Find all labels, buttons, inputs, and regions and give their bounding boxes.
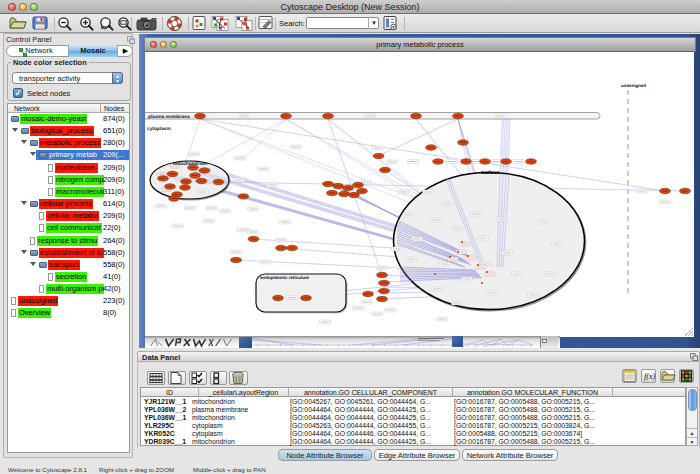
svg-text:endoplasmic reticulum: endoplasmic reticulum <box>260 275 309 280</box>
svg-text:nucleus: nucleus <box>481 170 499 176</box>
svg-text:mitochondrion: mitochondrion <box>173 161 207 167</box>
svg-text:unassigned: unassigned <box>621 83 646 88</box>
svg-text:f(x): f(x) <box>644 372 655 381</box>
svg-text:cytoplasm: cytoplasm <box>147 126 171 132</box>
svg-text:plasma membrane: plasma membrane <box>148 114 190 120</box>
